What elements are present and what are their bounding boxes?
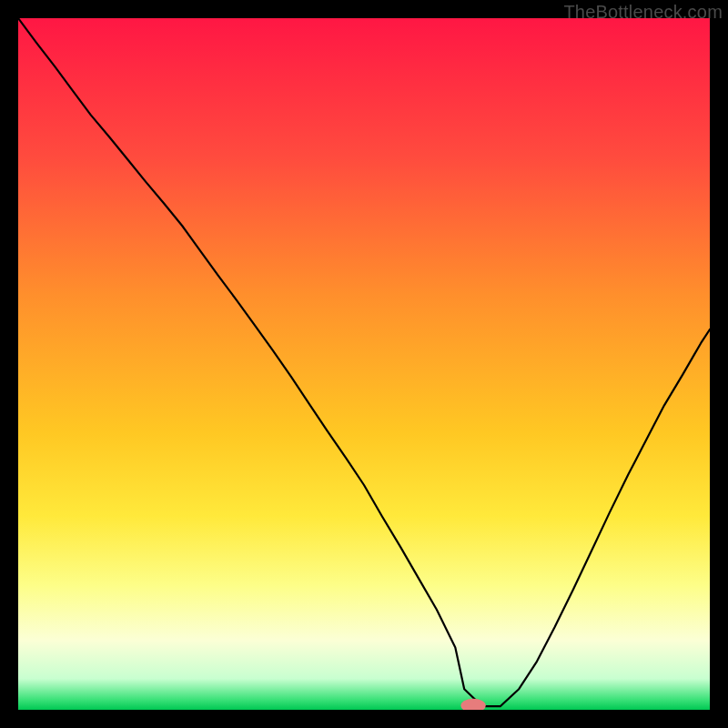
plot-area [18,18,710,710]
bottleneck-chart [18,18,710,710]
watermark-text: TheBottleneck.com [563,2,723,23]
chart-background [18,18,710,710]
chart-container: TheBottleneck.com [0,0,728,728]
